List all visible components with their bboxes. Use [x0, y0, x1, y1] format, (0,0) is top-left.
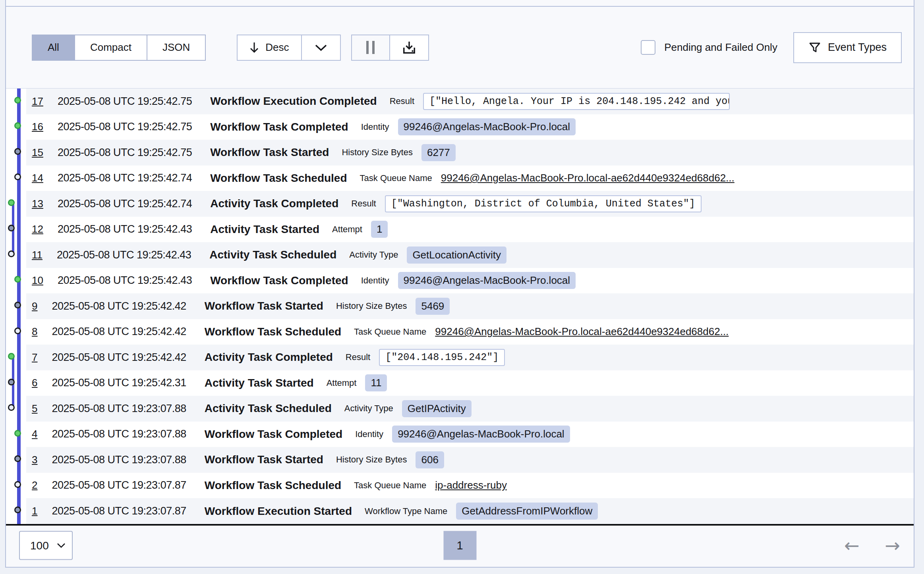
pause-button[interactable]	[352, 35, 389, 60]
event-timestamp: 2025-05-08 UTC 19:25:42.31	[52, 377, 186, 389]
event-row[interactable]: 1 2025-05-08 UTC 19:23:07.87 Workflow Ex…	[6, 498, 914, 524]
event-attribute-label: Attempt	[327, 378, 357, 388]
event-attribute-label: Result	[351, 198, 376, 209]
sort-desc-button[interactable]: Desc	[238, 35, 301, 60]
event-attribute: History Size Bytes 6277	[342, 144, 455, 161]
event-id-link[interactable]: 11	[32, 249, 43, 261]
event-attribute-value: 99246@Angelas-MacBook-Pro.local	[398, 118, 576, 135]
event-row[interactable]: 2 2025-05-08 UTC 19:23:07.87 Workflow Ta…	[6, 473, 914, 499]
event-types-label: Event Types	[828, 41, 887, 54]
pending-failed-label: Pending and Failed Only	[664, 41, 777, 54]
pause-icon	[372, 41, 375, 54]
event-attribute-value: 606	[416, 451, 444, 468]
event-row[interactable]: 6 2025-05-08 UTC 19:25:42.31 Activity Ta…	[6, 370, 914, 396]
event-name: Activity Task Scheduled	[209, 248, 336, 261]
event-attribute-label: History Size Bytes	[336, 455, 407, 465]
event-attribute-label: Task Queue Name	[360, 173, 432, 183]
event-id-link[interactable]: 10	[32, 274, 43, 287]
event-dot-scheduled	[14, 327, 21, 334]
event-attribute-value: ["204.148.195.242"]	[379, 349, 505, 366]
event-row[interactable]: 10 2025-05-08 UTC 19:25:42.43 Workflow T…	[6, 268, 914, 294]
event-row[interactable]: 8 2025-05-08 UTC 19:25:42.42 Workflow Ta…	[6, 319, 914, 345]
event-id-link[interactable]: 13	[32, 198, 43, 210]
arrow-left-icon[interactable]: ←	[844, 536, 860, 555]
event-attribute-value: 99246@Angelas-MacBook-Pro.local	[392, 426, 570, 443]
event-attribute: Workflow Type Name GetAddressFromIPWorkf…	[365, 503, 598, 520]
event-row[interactable]: 15 2025-05-08 UTC 19:25:42.75 Workflow T…	[6, 140, 914, 166]
event-name: Workflow Execution Started	[205, 505, 352, 518]
event-timestamp: 2025-05-08 UTC 19:23:07.88	[52, 428, 186, 440]
event-row[interactable]: 5 2025-05-08 UTC 19:23:07.88 Activity Ta…	[6, 396, 914, 422]
event-id-link[interactable]: 8	[32, 326, 37, 338]
pagination-bar: 100 1 ← →	[6, 526, 914, 565]
event-row[interactable]: 17 2025-05-08 UTC 19:25:42.75 Workflow E…	[6, 89, 914, 114]
event-timestamp: 2025-05-08 UTC 19:23:07.87	[52, 479, 186, 491]
event-timestamp: 2025-05-08 UTC 19:25:42.75	[58, 146, 192, 159]
event-timestamp: 2025-05-08 UTC 19:25:42.43	[58, 223, 192, 235]
event-timestamp: 2025-05-08 UTC 19:25:42.43	[57, 249, 191, 261]
event-history-panel: AllCompactJSON Desc	[5, 0, 914, 568]
event-timestamp: 2025-05-08 UTC 19:23:07.88	[52, 454, 186, 466]
event-id-link[interactable]: 6	[32, 377, 37, 389]
view-tab-json[interactable]: JSON	[147, 35, 205, 60]
event-row[interactable]: 12 2025-05-08 UTC 19:25:42.43 Activity T…	[6, 217, 914, 243]
download-button[interactable]	[389, 35, 428, 60]
event-id-link[interactable]: 1	[32, 505, 37, 517]
event-attribute-value: 1	[371, 221, 388, 238]
event-name: Activity Task Completed	[210, 197, 338, 210]
view-tab-all[interactable]: All	[33, 35, 74, 60]
event-attribute: Task Queue Name 99246@Angelas-MacBook-Pr…	[360, 172, 735, 184]
event-attribute-label: Identity	[361, 275, 389, 286]
arrow-down-icon	[249, 41, 259, 54]
page-size-select[interactable]: 100	[19, 531, 73, 560]
event-attribute-value: ["Washington, District of Columbia, Unit…	[385, 195, 702, 212]
event-id-link[interactable]: 17	[32, 95, 43, 108]
sort-options-dropdown-button[interactable]	[301, 35, 340, 60]
event-id-link[interactable]: 7	[32, 351, 37, 364]
event-timestamp: 2025-05-08 UTC 19:23:07.88	[52, 403, 186, 415]
event-id-link[interactable]: 14	[32, 172, 43, 184]
current-page-button[interactable]: 1	[443, 531, 476, 560]
event-id-link[interactable]: 4	[32, 428, 37, 440]
event-row[interactable]: 4 2025-05-08 UTC 19:23:07.88 Workflow Ta…	[6, 422, 914, 447]
view-tab-compact[interactable]: Compact	[74, 35, 147, 60]
event-id-link[interactable]: 5	[32, 403, 37, 415]
event-attribute-label: History Size Bytes	[336, 301, 407, 311]
event-history-toolbar: AllCompactJSON Desc	[6, 7, 914, 89]
event-id-link[interactable]: 15	[32, 146, 43, 159]
event-id-link[interactable]: 16	[32, 121, 43, 133]
event-id-link[interactable]: 3	[32, 454, 37, 466]
event-row[interactable]: 9 2025-05-08 UTC 19:25:42.42 Workflow Ta…	[6, 293, 914, 319]
event-attribute: History Size Bytes 5469	[336, 298, 450, 315]
event-id-link[interactable]: 2	[32, 479, 37, 491]
event-dot-completed	[8, 353, 15, 360]
event-id-link[interactable]: 12	[32, 223, 43, 235]
event-name: Activity Task Started	[210, 223, 319, 236]
event-dot-started	[8, 379, 15, 385]
event-row[interactable]: 3 2025-05-08 UTC 19:23:07.88 Workflow Ta…	[6, 447, 914, 473]
task-queue-link[interactable]: 99246@Angelas-MacBook-Pro.local-ae62d440…	[441, 172, 735, 184]
event-attribute: Result ["204.148.195.242"]	[346, 349, 505, 366]
event-attribute-label: Identity	[361, 122, 389, 132]
event-dot-completed	[8, 199, 15, 206]
event-row[interactable]: 16 2025-05-08 UTC 19:25:42.75 Workflow T…	[6, 114, 914, 140]
event-row[interactable]: 11 2025-05-08 UTC 19:25:42.43 Activity T…	[6, 242, 914, 268]
event-name: Workflow Task Completed	[210, 274, 348, 287]
event-name: Workflow Task Scheduled	[210, 172, 347, 185]
event-attribute: History Size Bytes 606	[336, 451, 444, 468]
event-name: Workflow Task Completed	[205, 428, 342, 441]
event-id-link[interactable]: 9	[32, 300, 37, 312]
event-name: Workflow Task Started	[205, 300, 323, 312]
event-name: Activity Task Started	[205, 377, 314, 389]
event-row[interactable]: 13 2025-05-08 UTC 19:25:42.74 Activity T…	[6, 191, 914, 217]
event-row[interactable]: 14 2025-05-08 UTC 19:25:42.74 Workflow T…	[6, 166, 914, 191]
event-attribute: Result ["Washington, District of Columbi…	[351, 195, 701, 212]
arrow-right-icon[interactable]: →	[885, 536, 900, 555]
event-types-button[interactable]: Event Types	[793, 32, 902, 63]
task-queue-link[interactable]: 99246@Angelas-MacBook-Pro.local-ae62d440…	[435, 326, 729, 338]
task-queue-link[interactable]: ip-address-ruby	[435, 479, 507, 491]
toolbar-right-group: Pending and Failed Only Event Types	[641, 32, 902, 63]
event-attribute-value: 6277	[421, 144, 456, 161]
pending-failed-checkbox[interactable]	[641, 40, 655, 55]
event-row[interactable]: 7 2025-05-08 UTC 19:25:42.42 Activity Ta…	[6, 345, 914, 370]
